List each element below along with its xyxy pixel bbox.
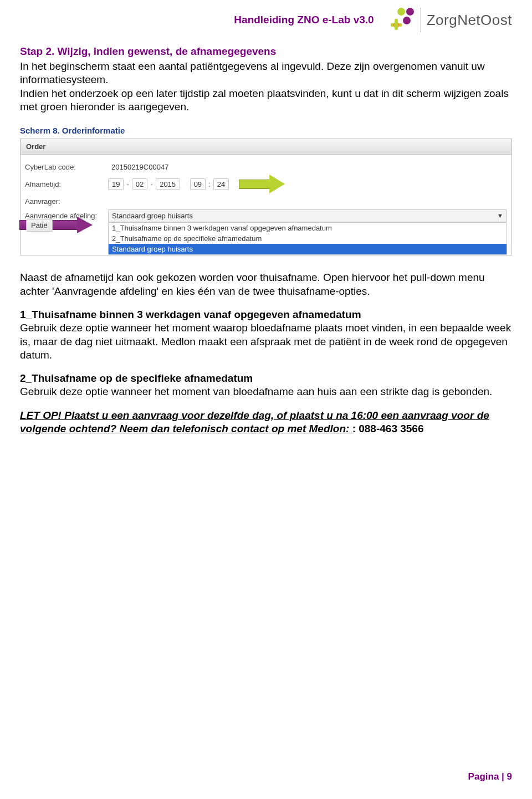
letop-phone: : 088-463 3566 [352,423,424,434]
dropdown-option[interactable]: 1_Thuisafname binnen 3 werkdagen vanaf o… [109,223,507,233]
label-cyberlab: CyberLab code: [25,163,108,171]
row-aanvrager: Aanvrager: [25,194,507,208]
p3: Naast de afnametijd kan ook gekozen word… [20,271,512,298]
value-cyberlab: 20150219C00047 [108,162,507,172]
date-year[interactable]: 2015 [156,178,180,190]
order-bar: Order [21,139,511,155]
page-header: Handleiding ZNO e-Lab v3.0 ZorgNetOost [20,8,512,32]
order-screenshot: Order CyberLab code: 20150219C00047 Afna… [20,139,512,255]
doc-title: Handleiding ZNO e-Lab v3.0 [234,14,374,26]
dropdown-option-selected[interactable]: Standaard groep huisarts [109,244,507,254]
letop: LET OP! Plaatst u een aanvraag voor deze… [20,409,512,436]
row-afnametijd: Afnametijd: 19 - 02 - 2015 09 : 24 [25,175,507,193]
page-footer: Pagina | 9 [468,771,512,782]
afdeling-dropdown[interactable]: 1_Thuisafname binnen 3 werkdagen vanaf o… [108,222,507,255]
h-thuis2: 2_Thuisafname op de specifieke afnamedat… [20,372,512,385]
label-afnametijd: Afnametijd: [25,180,108,188]
date-day[interactable]: 19 [108,178,124,190]
step-heading: Stap 2. Wijzig, indien gewenst, de afnam… [20,45,512,58]
p4: Gebruik deze optie wanneer het moment wa… [20,321,512,362]
p5: Gebruik deze optie wanneer het moment va… [20,385,512,398]
row-aanvragende: Aanvragende afdeling: Standaard groep hu… [25,209,507,222]
intro-p2: Indien het onderzoek op een later tijdst… [20,87,512,114]
label-aanvrager: Aanvrager: [25,197,108,206]
date-month[interactable]: 02 [132,178,147,190]
select-value: Standaard groep huisarts [112,212,193,220]
brand-logo: ZorgNetOost [391,8,512,32]
row-cyberlab: CyberLab code: 20150219C00047 [25,160,507,173]
dropdown-option[interactable]: 2_Thuisafname op de specifieke afnamedat… [109,233,507,244]
h-thuis1: 1_Thuisafname binnen 3 werkdagen vanaf o… [20,308,512,321]
afdeling-select[interactable]: Standaard groep huisarts ▼ [108,209,507,222]
green-arrow-icon [239,175,289,193]
figure-caption: Scherm 8. Orderinformatie [20,126,512,135]
purple-arrow-icon [19,217,96,233]
time-hour[interactable]: 09 [190,178,206,190]
brand-name: ZorgNetOost [427,12,512,29]
intro-p1: In het beginscherm staat een aantal pati… [20,60,512,87]
datetime-group: 19 - 02 - 2015 09 : 24 [108,175,507,193]
chevron-down-icon: ▼ [497,212,503,219]
time-min[interactable]: 24 [213,178,229,190]
logo-icon [391,8,415,32]
